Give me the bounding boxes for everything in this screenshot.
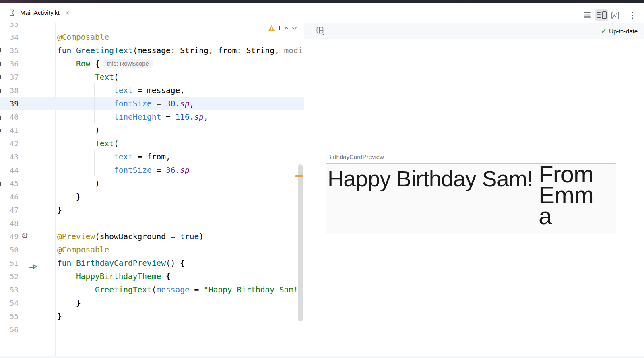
android-studio-window: MainActivity.kt × <box>0 0 644 358</box>
code-view-icon[interactable] <box>583 10 591 21</box>
warning-triangle-icon <box>268 25 275 31</box>
editor-scrollbar[interactable] <box>298 164 303 321</box>
line-number[interactable]: 46 <box>0 192 19 201</box>
line-number[interactable]: 50 <box>0 246 19 254</box>
code-text: } <box>57 192 81 201</box>
code-line-44[interactable]: 44 fontSize = 36.sp <box>0 163 304 177</box>
line-number[interactable]: 53 <box>0 286 19 294</box>
code-line-52[interactable]: 52 HappyBirthdayTheme { <box>0 270 304 283</box>
tab-close-icon[interactable]: × <box>65 9 70 17</box>
code-line-51[interactable]: 51fun BirthdayCardPreview() { <box>0 257 304 270</box>
code-line-36[interactable]: 36 Row {this: RowScope <box>0 57 304 70</box>
edge-artifact <box>0 62 1 66</box>
code-line-41[interactable]: 41 ) <box>0 124 304 137</box>
next-warning-icon[interactable] <box>292 26 297 31</box>
edge-artifact <box>0 48 1 52</box>
code-line-35[interactable]: 35fun GreetingText(message: String, from… <box>0 44 304 57</box>
line-number[interactable]: 36 <box>0 60 19 68</box>
code-line-39[interactable]: 39 fontSize = 30.sp, <box>0 97 304 110</box>
window-title-bar <box>0 0 644 3</box>
edge-artifact <box>0 75 1 79</box>
code-text: ) <box>57 126 100 135</box>
line-number[interactable]: 40 <box>0 113 19 121</box>
code-line-34[interactable]: 34@Composable <box>0 31 304 44</box>
birthday-message-text: Happy Birthday Sam! <box>328 166 533 192</box>
preview-canvas[interactable]: BirthdayCardPreview Happy Birthday Sam! … <box>304 39 644 356</box>
preview-render-card[interactable]: Happy Birthday Sam! From Emma <box>326 163 616 234</box>
code-text: fontSize = 36.sp <box>57 166 190 175</box>
code-text: fun BirthdayCardPreview() { <box>57 259 185 268</box>
code-line-33[interactable]: 33 <box>0 23 304 31</box>
code-text: Row {this: RowScope <box>57 59 153 68</box>
code-line-53[interactable]: 53 GreetingText(message = "Happy Birthda… <box>0 283 304 296</box>
code-text: Text( <box>57 72 119 82</box>
line-number[interactable]: 54 <box>0 299 19 307</box>
edge-artifact <box>0 129 1 132</box>
warning-count: 1 <box>278 25 281 31</box>
edge-artifact <box>0 89 1 93</box>
design-view-icon[interactable] <box>611 11 619 19</box>
tab-title: MainActivity.kt <box>20 9 60 17</box>
code-text: text = message, <box>57 86 185 95</box>
editor-tab-bar: MainActivity.kt × <box>0 3 644 23</box>
line-number[interactable]: 37 <box>0 73 19 81</box>
code-line-49[interactable]: 49@Preview(showBackground = true) <box>0 230 304 243</box>
line-number[interactable]: 33 <box>0 23 19 28</box>
preview-layout-icon[interactable] <box>316 27 325 37</box>
line-number[interactable]: 49 <box>0 232 19 241</box>
code-line-42[interactable]: 42 Text( <box>0 137 304 150</box>
code-line-56[interactable]: 56 <box>0 323 304 336</box>
split-view-icon[interactable] <box>597 10 607 21</box>
line-number[interactable]: 41 <box>0 126 19 135</box>
line-number[interactable]: 45 <box>0 179 19 188</box>
line-number[interactable]: 43 <box>0 153 19 161</box>
line-number[interactable]: 48 <box>0 219 19 228</box>
code-editor[interactable]: 3334@Composable35fun GreetingText(messag… <box>0 23 304 356</box>
code-text: Text( <box>57 139 119 148</box>
code-line-38[interactable]: 38 text = message, <box>0 84 304 97</box>
line-number[interactable]: 42 <box>0 139 19 148</box>
run-preview-icon[interactable] <box>29 259 35 268</box>
line-number[interactable]: 44 <box>0 166 19 174</box>
line-number[interactable]: 34 <box>0 33 19 41</box>
code-text: } <box>57 298 81 308</box>
code-line-40[interactable]: 40 lineHeight = 116.sp, <box>0 110 304 124</box>
inspections-widget[interactable]: 1 <box>268 25 297 31</box>
edge-artifact <box>0 116 1 120</box>
code-text: fontSize = 30.sp, <box>57 99 194 108</box>
kotlin-file-icon <box>9 9 17 17</box>
scrollbar-warning-marker[interactable] <box>295 175 303 177</box>
line-number[interactable]: 39 <box>0 99 19 108</box>
code-line-55[interactable]: 55} <box>0 310 304 323</box>
code-line-50[interactable]: 50@Composable <box>0 243 304 257</box>
line-number[interactable]: 47 <box>0 206 19 214</box>
code-line-43[interactable]: 43 text = from, <box>0 150 304 163</box>
code-line-46[interactable]: 46 } <box>0 190 304 203</box>
prev-warning-icon[interactable] <box>284 26 289 31</box>
line-number[interactable]: 52 <box>0 272 19 281</box>
line-number[interactable]: 35 <box>0 46 19 55</box>
preview-name-label[interactable]: BirthdayCardPreview <box>327 153 384 160</box>
status-text: Up-to-date <box>609 28 638 35</box>
code-line-48[interactable]: 48 <box>0 217 304 230</box>
preview-status: ✓ Up-to-date <box>601 23 638 39</box>
code-line-37[interactable]: 37 Text( <box>0 70 304 84</box>
code-line-54[interactable]: 54 } <box>0 296 304 310</box>
inlay-hint[interactable]: this: RowScope <box>103 59 153 68</box>
line-number[interactable]: 56 <box>0 325 19 334</box>
toolbar-divider <box>624 10 624 20</box>
line-number[interactable]: 55 <box>0 312 19 321</box>
edge-artifact <box>0 182 1 186</box>
code-text: @Composable <box>57 245 109 255</box>
code-text: @Composable <box>57 33 109 42</box>
tab-mainactivity[interactable]: MainActivity.kt × <box>0 3 76 23</box>
code-text: ) <box>57 179 100 188</box>
line-number[interactable]: 51 <box>0 259 19 267</box>
code-line-45[interactable]: 45 ) <box>0 177 304 190</box>
code-line-47[interactable]: 47} <box>0 203 304 217</box>
code-text: } <box>57 312 62 321</box>
more-options-icon[interactable]: ⋮ <box>629 10 636 21</box>
code-text: HappyBirthdayTheme { <box>57 272 171 281</box>
line-number[interactable]: 38 <box>0 86 19 95</box>
preview-settings-gear-icon[interactable]: ⚙ <box>21 231 28 240</box>
